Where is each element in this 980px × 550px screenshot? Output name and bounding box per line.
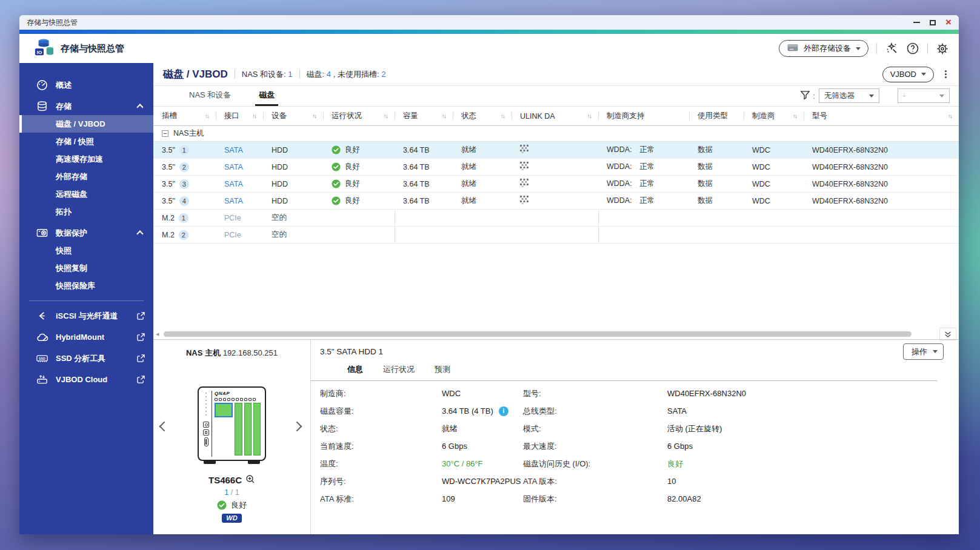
filter-select[interactable]: 无筛选器: [819, 88, 879, 103]
tab-disks[interactable]: 磁盘: [255, 90, 278, 106]
tab-health[interactable]: 运行状况: [383, 364, 415, 375]
gear-icon[interactable]: [936, 42, 949, 55]
horizontal-scrollbar[interactable]: [162, 331, 936, 337]
stat-nas-devices: NAS 和设备: 1: [242, 69, 293, 80]
drive-bay-1[interactable]: [215, 403, 233, 417]
vjbod-button[interactable]: VJBOD: [882, 67, 934, 82]
drive-bay-2[interactable]: [235, 403, 242, 456]
external-storage-device-button[interactable]: 外部存储设备: [779, 40, 868, 57]
sidebar-item-snapshot[interactable]: 快照: [19, 242, 153, 259]
column-header-device[interactable]: 设备↑↓: [263, 107, 323, 125]
sidebar-item-data-protection[interactable]: 数据保护: [19, 224, 153, 242]
table-row[interactable]: 3.5"2 SATA HDD 良好 3.64 TB 就绪 WDDA: 正常 数据…: [153, 159, 959, 176]
sort-icon: ↑↓: [205, 113, 210, 119]
sidebar-item-cache-acceleration[interactable]: 高速缓存加速: [19, 150, 153, 168]
cell-vendor-support: WDDA: 正常: [598, 193, 689, 209]
collapse-panel-button[interactable]: [939, 328, 956, 340]
more-options-icon[interactable]: [942, 68, 949, 81]
tab-nas-devices[interactable]: NAS 和设备: [185, 90, 235, 106]
table-row[interactable]: 3.5"3 SATA HDD 良好 3.64 TB 就绪 WDDA: 正常 数据…: [153, 176, 959, 193]
app-logo-icon: IO: [34, 37, 55, 60]
bottom-panel: NAS 主机 192.168.50.251 QNAP: [153, 339, 959, 534]
zoom-in-icon[interactable]: [245, 474, 255, 486]
help-icon[interactable]: [906, 42, 919, 55]
divider: [299, 70, 300, 79]
table-row[interactable]: M.21 PCIe 空的: [153, 210, 959, 227]
copy-button-icon: [203, 429, 209, 436]
divider: [876, 43, 877, 54]
column-header-vendor-support[interactable]: 制造商支持: [598, 107, 689, 125]
table-row[interactable]: 3.5"1 SATA HDD 良好 3.64 TB 就绪 WDDA: 正常 数据…: [153, 142, 959, 159]
sidebar-item-storage[interactable]: 存储: [19, 98, 153, 115]
sidebar-item-disks-vjbod[interactable]: 磁盘 / VJBOD: [19, 115, 153, 133]
filter-secondary-select[interactable]: -: [898, 88, 950, 103]
sidebar-item-iscsi-fc[interactable]: iSCSI 与光纤通道: [19, 307, 153, 325]
cell-device: HDD: [263, 142, 323, 158]
drive-bay-4[interactable]: [253, 403, 261, 456]
next-device-chevron-icon[interactable]: [292, 422, 302, 432]
interface-link[interactable]: SATA: [224, 180, 243, 188]
table-group-row[interactable]: NAS主机: [153, 126, 959, 142]
divider: [235, 70, 235, 79]
sidebar-item-topology[interactable]: 拓扑: [19, 203, 153, 220]
column-header-interface[interactable]: 接口↑↓: [216, 107, 263, 125]
sort-icon: ↑↓: [442, 113, 447, 119]
cell-model: WD40EFRX-68N32N0: [804, 159, 959, 175]
detail-field-row: 状态: 就绪 模式: 活动 (正在旋转): [311, 420, 959, 437]
nas-health-status: 良好: [217, 500, 247, 511]
minimize-button-icon[interactable]: [913, 22, 920, 23]
chevron-up-icon[interactable]: [136, 104, 143, 110]
interface-link[interactable]: SATA: [224, 163, 243, 171]
filter-controls: : 无筛选器 -: [800, 88, 950, 103]
sidebar-item-vjbod-cloud[interactable]: VJBOD Cloud: [19, 371, 153, 388]
sidebar-item-snapshot-vault[interactable]: 快照保险库: [19, 277, 153, 294]
disk-detail-pane: 3.5" SATA HDD 1 操作 信息 运行状况 预测 制造商: WDC: [310, 340, 959, 534]
action-button[interactable]: 操作: [903, 343, 944, 360]
sort-icon: ↑↓: [587, 113, 592, 119]
info-icon[interactable]: i: [499, 406, 508, 416]
column-header-manufacturer[interactable]: 制造商↑↓: [744, 107, 804, 125]
sidebar-item-remote-disk[interactable]: 远程磁盘: [19, 185, 153, 203]
close-button-icon[interactable]: ×: [945, 18, 952, 27]
ulink-grid-icon: [520, 179, 528, 189]
interface-link[interactable]: SATA: [224, 197, 243, 205]
sidebar-item-hybridmount[interactable]: HybridMount: [19, 328, 153, 346]
sidebar-item-external-storage[interactable]: 外部存储: [19, 168, 153, 185]
drive-bay-3[interactable]: [244, 403, 252, 456]
column-header-status[interactable]: 状态↑↓: [453, 107, 512, 125]
slot-number-badge: 3: [179, 179, 189, 189]
nas-chassis-image[interactable]: QNAP: [198, 386, 266, 461]
interface-link[interactable]: SATA: [224, 146, 243, 154]
maximize-button-icon[interactable]: [930, 20, 936, 25]
wand-icon[interactable]: [885, 42, 898, 55]
column-header-capacity[interactable]: 容量↑↓: [395, 107, 453, 125]
cell-device: HDD: [263, 193, 323, 209]
cell-usage: 数据: [689, 159, 744, 175]
sidebar-item-storage-snapshots[interactable]: 存储 / 快照: [19, 133, 153, 150]
sidebar-item-ssd-analysis[interactable]: SSD SSD 分析工具: [19, 350, 153, 367]
sidebar-divider: [29, 300, 144, 301]
chevron-down-icon: [933, 350, 938, 353]
table-row[interactable]: 3.5"4 SATA HDD 良好 3.64 TB 就绪 WDDA: 正常 数据…: [153, 193, 959, 210]
chevron-up-icon[interactable]: [136, 230, 143, 237]
scroll-left-icon[interactable]: ◀: [156, 332, 159, 337]
cell-vendor-support: WDDA: 正常: [598, 142, 689, 158]
sidebar-item-overview[interactable]: 概述: [19, 76, 153, 94]
detail-field-row: 序列号: WD-WCC7K7PA2PUS ATA 版本: 10: [311, 472, 959, 490]
column-header-model[interactable]: 型号↑↓: [804, 107, 959, 125]
cell-vendor-support: WDDA: 正常: [598, 159, 689, 175]
sidebar-item-snapshot-replica[interactable]: 快照复制: [19, 259, 153, 277]
column-header-slot[interactable]: 插槽↑↓: [153, 107, 216, 125]
field-label: 总线类型:: [523, 406, 667, 417]
column-header-health[interactable]: 运行状况↑↓: [323, 107, 395, 125]
table-row[interactable]: M.22 PCIe 空的: [153, 227, 959, 244]
column-header-ulink-da[interactable]: ULINK DA↑↓: [512, 107, 598, 125]
scrollbar-thumb[interactable]: [164, 331, 912, 337]
tab-prediction[interactable]: 预测: [435, 364, 450, 375]
brand-gradient-stripe: [19, 30, 959, 34]
collapse-group-icon[interactable]: [162, 130, 168, 137]
column-header-usage-type[interactable]: 使用类型: [689, 107, 744, 125]
field-label: 序列号:: [320, 476, 442, 487]
previous-device-chevron-icon[interactable]: [159, 422, 170, 432]
tab-info[interactable]: 信息: [347, 364, 363, 375]
